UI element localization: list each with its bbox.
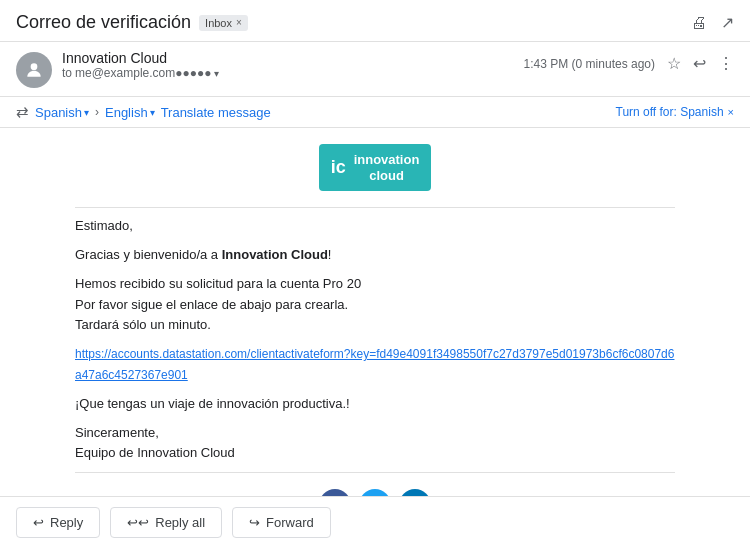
brand-bold: Innovation Cloud: [222, 247, 328, 262]
email-action-icons: ☆ ↩ ⋮: [667, 54, 734, 73]
sender-to-row: to me@example.com●●●●● ▾: [62, 66, 514, 80]
to-lang-chevron-icon: ▾: [150, 107, 155, 118]
reply-all-btn-icon: ↩↩: [127, 515, 149, 530]
language-arrow-separator: ›: [95, 105, 99, 119]
brand-logo: ic innovationcloud: [319, 144, 432, 191]
intro-end: !: [328, 247, 332, 262]
to-language-button[interactable]: English ▾: [105, 105, 155, 120]
verification-link[interactable]: https://accounts.datastation.com/clienta…: [75, 347, 674, 382]
greeting-text: Estimado,: [75, 216, 675, 237]
closing-text: Sinceramente, Equipo de Innovation Cloud: [75, 423, 675, 465]
linkedin-icon[interactable]: in: [399, 489, 431, 496]
exclaim-text: ¡Que tengas un viaje de innovación produ…: [75, 394, 675, 415]
intro-text: Gracias y bienvenido/a a Innovation Clou…: [75, 245, 675, 266]
reply-label: Reply: [50, 515, 83, 530]
inbox-label: Inbox: [205, 17, 232, 29]
email-header: Correo de verificación Inbox × 🖨 ↗: [0, 0, 750, 42]
translate-icon: ⇄: [16, 103, 29, 121]
reply-all-button[interactable]: ↩↩ Reply all: [110, 507, 222, 538]
recipient-email: me@example.com●●●●●: [75, 66, 211, 80]
translate-message-link[interactable]: Translate message: [161, 105, 271, 120]
intro-plain: Gracias y bienvenido/a a: [75, 247, 222, 262]
inbox-close-icon[interactable]: ×: [236, 17, 242, 28]
turn-off-close-icon[interactable]: ×: [728, 106, 734, 118]
sender-time-area: 1:43 PM (0 minutes ago) ☆ ↩ ⋮: [524, 54, 734, 73]
from-language-button[interactable]: Spanish ▾: [35, 105, 89, 120]
footer-social: f t in Por favor no responda a este mens…: [75, 489, 675, 496]
sender-name: Innovation Cloud: [62, 50, 514, 66]
turn-off-label: Turn off for: Spanish: [616, 105, 724, 119]
bottom-divider: [75, 472, 675, 473]
from-lang-chevron-icon: ▾: [84, 107, 89, 118]
logo-brand-text: innovationcloud: [354, 152, 420, 183]
action-bar: ↩ Reply ↩↩ Reply all ↪ Forward: [0, 496, 750, 548]
logo-area: ic innovationcloud: [75, 144, 675, 191]
top-divider: [75, 207, 675, 208]
open-in-new-icon[interactable]: ↗: [721, 13, 734, 32]
verification-link-para: https://accounts.datastation.com/clienta…: [75, 344, 675, 386]
translation-bar: ⇄ Spanish ▾ › English ▾ Translate messag…: [0, 97, 750, 128]
reply-btn-icon: ↩: [33, 515, 44, 530]
print-icon[interactable]: 🖨: [691, 14, 707, 32]
logo-ic-text: ic: [331, 157, 346, 178]
email-body: ic innovationcloud Estimado, Gracias y b…: [0, 128, 750, 496]
twitter-icon[interactable]: t: [359, 489, 391, 496]
email-subject: Correo de verificación: [16, 12, 191, 33]
email-body-text: Estimado, Gracias y bienvenido/a a Innov…: [75, 216, 675, 464]
email-content: ic innovationcloud Estimado, Gracias y b…: [75, 128, 675, 496]
reply-all-label: Reply all: [155, 515, 205, 530]
forward-label: Forward: [266, 515, 314, 530]
social-icons-row: f t in: [75, 489, 675, 496]
reply-button[interactable]: ↩ Reply: [16, 507, 100, 538]
forward-button[interactable]: ↪ Forward: [232, 507, 331, 538]
facebook-icon[interactable]: f: [319, 489, 351, 496]
from-language-label: Spanish: [35, 105, 82, 120]
email-timestamp: 1:43 PM (0 minutes ago): [524, 57, 655, 71]
sender-info: Innovation Cloud to me@example.com●●●●● …: [62, 50, 514, 80]
body-text-1: Hemos recibido su solicitud para la cuen…: [75, 274, 675, 336]
forward-btn-icon: ↪: [249, 515, 260, 530]
more-options-icon[interactable]: ⋮: [718, 54, 734, 73]
svg-point-0: [31, 63, 38, 70]
reply-icon[interactable]: ↩: [693, 54, 706, 73]
to-label: to: [62, 66, 72, 80]
star-icon[interactable]: ☆: [667, 54, 681, 73]
sender-row: Innovation Cloud to me@example.com●●●●● …: [0, 42, 750, 97]
avatar: [16, 52, 52, 88]
header-icons: 🖨 ↗: [691, 13, 734, 32]
expand-recipients-icon[interactable]: ▾: [214, 68, 219, 79]
turn-off-translation-button[interactable]: Turn off for: Spanish ×: [616, 105, 735, 119]
inbox-badge: Inbox ×: [199, 15, 248, 31]
to-language-label: English: [105, 105, 148, 120]
